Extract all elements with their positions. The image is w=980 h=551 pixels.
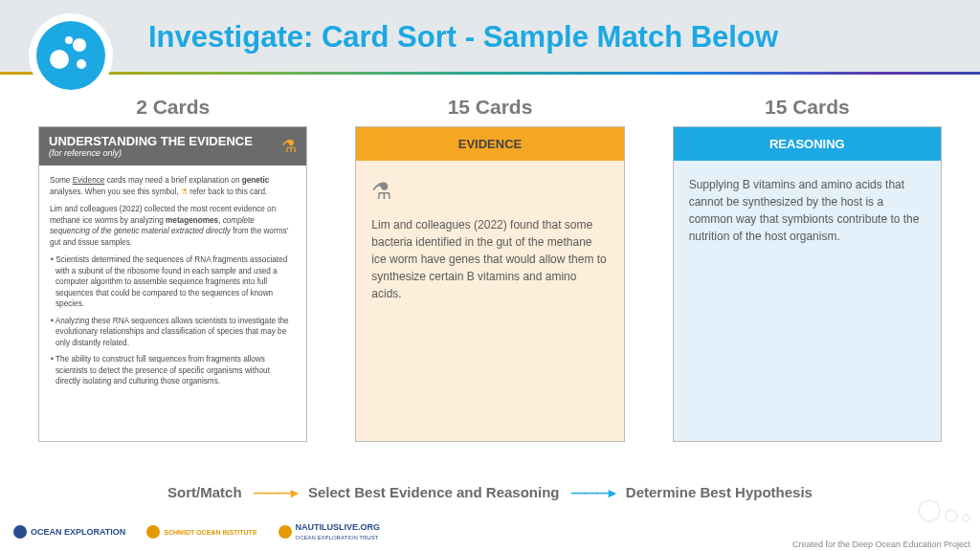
dna-inline-icon: ⚗ [181, 187, 188, 196]
reasoning-text: Supplying B vitamins and amino acids tha… [689, 178, 920, 243]
text: refer back to this card. [188, 187, 267, 196]
header-band: Investigate: Card Sort - Sample Match Be… [0, 0, 980, 75]
reasoning-card[interactable]: REASONING Supplying B vitamins and amino… [673, 126, 942, 442]
logo-text: OCEAN EXPLORATION TRUST [296, 535, 379, 540]
flow-step-1: Sort/Match [167, 484, 242, 500]
flow-step-3: Determine Best Hypothesis [626, 484, 813, 500]
text: Evidence [73, 176, 105, 185]
column-count: 15 Cards [355, 96, 624, 119]
arrow-right-icon: ———▸ [254, 484, 297, 500]
reasoning-card-body: Supplying B vitamins and amino acids tha… [674, 161, 941, 441]
credit-text: Created for the Deep Ocean Education Pro… [792, 540, 970, 549]
column-count: 15 Cards [673, 96, 942, 119]
logo-text: OCEAN EXPLORATION [31, 527, 125, 537]
text: Some [50, 176, 73, 185]
dna-icon: ⚗ [281, 136, 297, 157]
logo-text: SCHMIDT OCEAN INSTITUTE [164, 529, 256, 536]
logo-nautilus: NAUTILUSLIVE.ORGOCEAN EXPLORATION TRUST [278, 522, 381, 541]
footer-logos: OCEAN EXPLORATION SCHMIDT OCEAN INSTITUT… [13, 522, 380, 541]
text: analyses. When you see this symbol, [50, 187, 181, 196]
process-flow: Sort/Match ———▸ Select Best Evidence and… [0, 484, 980, 501]
bubbles-icon [36, 21, 105, 90]
card-subtitle: (for reference only) [49, 148, 253, 158]
text: cards may need a brief explanation on [104, 176, 241, 185]
logo-schmidt: SCHMIDT OCEAN INSTITUTE [146, 525, 256, 539]
understanding-card-body: Some Evidence cards may need a brief exp… [39, 165, 306, 402]
evidence-card-header: EVIDENCE [356, 127, 623, 161]
understanding-card[interactable]: UNDERSTANDING THE EVIDENCE (for referenc… [38, 126, 307, 442]
page-title: Investigate: Card Sort - Sample Match Be… [148, 20, 778, 55]
arrow-right-icon: ———▸ [571, 484, 614, 500]
logo-badge [29, 13, 113, 98]
column-evidence: 15 Cards EVIDENCE ⚗ Lim and colleagues (… [355, 96, 624, 442]
evidence-text: Lim and colleagues (2022) found that som… [371, 218, 606, 300]
flow-step-2: Select Best Evidence and Reasoning [308, 484, 560, 500]
bullet: • The ability to construct full sequence… [50, 354, 296, 386]
dna-icon: ⚗ [371, 174, 608, 209]
card-columns: 2 Cards UNDERSTANDING THE EVIDENCE (for … [0, 75, 980, 442]
bullet: • Scientists determined the sequences of… [50, 254, 296, 309]
evidence-card-body: ⚗ Lim and colleagues (2022) found that s… [356, 161, 623, 441]
evidence-card[interactable]: EVIDENCE ⚗ Lim and colleagues (2022) fou… [355, 126, 624, 442]
text: metagenomes [166, 216, 218, 225]
card-title: UNDERSTANDING THE EVIDENCE [49, 135, 253, 148]
divider-rainbow [0, 72, 980, 75]
column-reasoning: 15 Cards REASONING Supplying B vitamins … [673, 96, 942, 442]
bullet: • Analyzing these RNA sequences allows s… [50, 316, 296, 348]
logo-text: NAUTILUSLIVE.ORG [296, 522, 381, 532]
logo-ocean-exploration: OCEAN EXPLORATION [13, 525, 125, 539]
column-count: 2 Cards [38, 96, 307, 119]
understanding-card-header: UNDERSTANDING THE EVIDENCE (for referenc… [39, 127, 306, 165]
text: genetic [242, 176, 270, 185]
reasoning-card-header: REASONING [674, 127, 941, 161]
column-understanding: 2 Cards UNDERSTANDING THE EVIDENCE (for … [38, 96, 307, 442]
